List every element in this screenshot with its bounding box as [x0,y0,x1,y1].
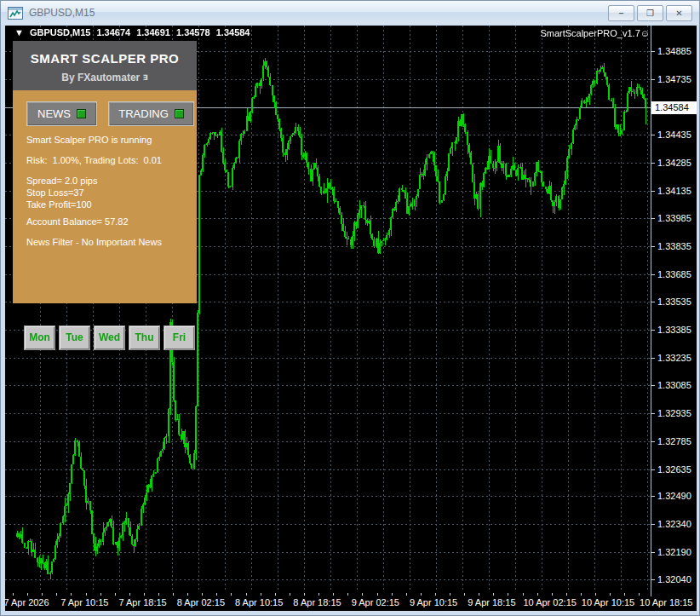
ohlc-open: 1.34674 [96,27,130,37]
ohlc-high: 1.34691 [136,27,170,37]
restore-button[interactable]: ❐ [637,5,663,21]
panel-title: SMART SCALPER PRO [13,51,197,66]
price-axis-tick [651,524,655,525]
price-axis-tick [651,218,655,219]
chart-expander-icon[interactable]: ▼ [14,27,24,37]
status-line: Spread= 2.0 pips [26,176,97,186]
price-axis-label: 1.34285 [657,158,697,169]
price-axis-label: 1.33985 [657,213,697,224]
price-axis-tick [651,469,655,470]
price-axis-label: 1.33835 [657,241,697,252]
price-axis-tick [651,274,655,275]
price-axis-tick [651,330,655,331]
news-button[interactable]: NEWS [26,101,97,126]
ohlc-close: 1.34584 [216,27,250,37]
subtitle-mark: ∃ [143,73,148,82]
ea-watermark: SmartScalperPRO_v1.7☺ [540,28,650,38]
price-axis-tick [651,191,655,192]
mt4-chart-window: GBPUSD,M15 – ❐ ✕ ▼ GBPUSD,M15 1.34674 1.… [0,0,700,616]
price-axis-label: 1.33385 [657,325,697,336]
price-axis-tick [651,441,655,442]
price-axis-label: 1.32190 [657,547,697,558]
status-line: Smart Scalper PRO is running [26,135,152,145]
status-line: Take Profit=100 [26,199,92,210]
price-axis-label: 1.32340 [657,519,697,530]
smart-scalper-panel: SMART SCALPER PRO By FXautomater ∃ NEWS … [13,41,197,303]
current-price-label: 1.34584 [651,101,697,114]
time-axis-label: 10 Apr 18:15 [628,597,700,607]
status-line: Risk: 1.00%, Trading Lots: 0.01 [26,155,162,165]
price-axis-label: 1.34135 [657,186,697,197]
price-axis-tick [651,246,655,247]
day-button-thu[interactable]: Thu [129,325,160,350]
ohlc-low: 1.34578 [176,27,210,37]
price-axis-label: 1.34885 [657,46,697,57]
day-button-wed[interactable]: Wed [94,325,125,350]
price-axis-tick [651,79,655,80]
panel-header: SMART SCALPER PRO By FXautomater ∃ [13,41,197,90]
price-axis-label: 1.32935 [657,408,697,419]
price-axis-label: 1.32635 [657,464,697,475]
price-axis-tick [651,51,655,52]
price-axis-tick [651,385,655,386]
ohlc-row[interactable]: ▼ GBPUSD,M15 1.34674 1.34691 1.34578 1.3… [14,27,250,37]
window-controls: – ❐ ✕ [608,5,692,21]
minimize-button[interactable]: – [608,5,634,21]
price-axis-tick [651,135,655,135]
day-button-fri[interactable]: Fri [164,325,195,350]
title-bar[interactable]: GBPUSD,M15 – ❐ ✕ [1,1,699,25]
chart-window-icon [8,7,23,20]
window-title: GBPUSD,M15 [29,7,95,19]
price-axis-label: 1.33235 [657,353,697,364]
chart-symbol: GBPUSD,M15 [30,27,91,37]
panel-body: NEWS TRADING Smart Scalper PRO is runnin… [13,90,197,303]
price-axis-label: 1.33085 [657,380,697,391]
news-led-icon [77,109,86,118]
day-button-mon[interactable]: Mon [24,325,55,350]
close-button[interactable]: ✕ [666,5,692,21]
price-axis-label: 1.33685 [657,269,697,280]
price-axis-tick [651,552,655,553]
price-axis-tick [651,579,655,580]
price-axis-tick [651,163,655,164]
price-axis-tick [651,358,655,359]
trading-button[interactable]: TRADING [108,101,194,126]
price-axis-label: 1.34735 [657,74,697,85]
price-axis-label: 1.33535 [657,296,697,308]
panel-subtitle: By FXautomater ∃ [13,72,197,83]
price-axis-label: 1.32040 [657,574,697,585]
price-axis-label: 1.32490 [657,491,697,502]
status-line: Stop Loss=37 [26,187,84,198]
price-axis-tick [651,413,655,414]
price-axis-tick [651,496,655,497]
chart-client-area: ▼ GBPUSD,M15 1.34674 1.34691 1.34578 1.3… [5,26,697,611]
day-filter-row: MonTueWedThuFri [24,325,195,350]
price-axis-tick [651,302,655,302]
price-axis-label: 1.34435 [657,130,697,141]
trading-led-icon [175,109,184,118]
status-line: News Filter - No Important News [26,237,162,247]
day-button-tue[interactable]: Tue [59,325,90,350]
status-line: Account Balance= 57.82 [26,216,129,227]
price-axis-label: 1.32785 [657,436,697,447]
